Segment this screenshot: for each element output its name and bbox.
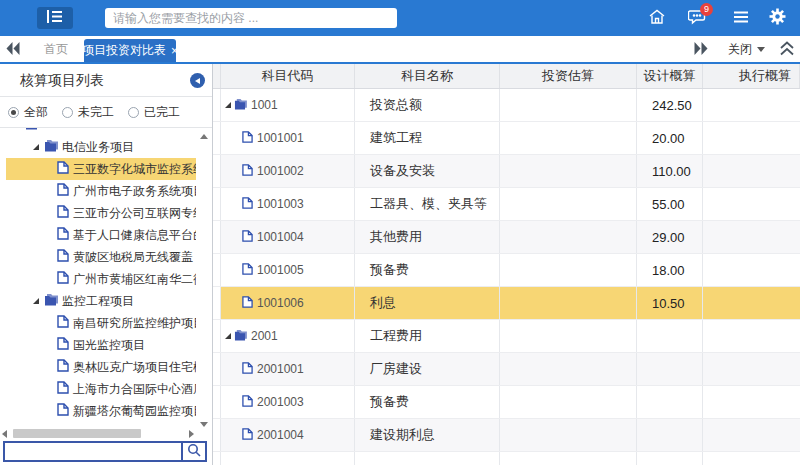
status-filter-group: 全部 未完工 已完工	[8, 104, 180, 120]
file-icon	[57, 381, 69, 397]
divider	[0, 96, 212, 97]
double-chevron-left-icon	[6, 43, 20, 58]
app-list-button[interactable]	[730, 8, 752, 28]
radio-unfinished[interactable]: 未完工	[62, 104, 114, 121]
tree-group-telecom[interactable]: 电信业务项目	[6, 136, 196, 158]
table-row[interactable]: 2001 工程费用	[213, 320, 800, 353]
tree-item[interactable]: 奥林匹克广场项目住宅楼弱电工	[6, 356, 196, 378]
tree-item-label: 广州市黄埔区红南华二街绿灯监	[73, 271, 196, 288]
column-header-name[interactable]: 科目名称	[355, 64, 500, 88]
radio-all[interactable]: 全部	[8, 104, 48, 121]
global-search-input[interactable]	[105, 8, 397, 28]
tree-item-label: 广州市电子政务系统项目	[73, 183, 196, 200]
active-tab-label: 项目投资对比表	[82, 42, 166, 59]
radio-finished[interactable]: 已完工	[128, 104, 180, 121]
tree-item[interactable]: 基于人口健康信息平台的区域分	[6, 224, 196, 246]
tree-item-label: 国光监控项目	[73, 337, 145, 354]
tab-home[interactable]: 首页	[28, 36, 84, 62]
toggle-menu-icon	[47, 10, 63, 26]
table-row[interactable]: 1001004 其他费用 29.00	[213, 221, 800, 254]
column-header-exec[interactable]: 执行概算	[703, 64, 800, 88]
table-header-row: 科目代码 科目名称 投资估算 设计概算 执行概算	[213, 64, 800, 89]
messages-button[interactable]: 9	[686, 8, 708, 28]
tree-item[interactable]: 新疆塔尔葡萄园监控项目	[6, 400, 196, 422]
tree-group-label: 电信业务项目	[62, 139, 134, 156]
tree-item[interactable]: 上海市力合国际中心酒店弱电项	[6, 378, 196, 400]
file-icon	[242, 263, 253, 278]
scroll-tabs-left-button[interactable]	[6, 42, 20, 58]
scrollbar-right-arrow[interactable]	[189, 430, 194, 438]
sidebar-collapse-button[interactable]	[190, 73, 205, 88]
sidebar-toggle-button[interactable]	[37, 7, 73, 29]
table-row[interactable]: 1001005 预备费 18.00	[213, 254, 800, 287]
table-row[interactable]: 2001001 厂房建设	[213, 353, 800, 386]
tree-item[interactable]: 南昌研究所监控维护项目	[6, 312, 196, 334]
file-icon	[57, 359, 69, 375]
table-row[interactable]: 1001002 设备及安装 110.00	[213, 155, 800, 188]
column-header-estimate[interactable]: 投资估算	[500, 64, 637, 88]
folder-icon	[233, 329, 247, 344]
file-icon	[57, 403, 69, 419]
scrollbar-thumb[interactable]	[13, 429, 141, 438]
close-tab-icon[interactable]: ×	[171, 45, 178, 57]
file-icon	[57, 315, 69, 331]
close-dropdown-label: 关闭	[728, 41, 752, 58]
tree-item-selected[interactable]: 三亚数字化城市监控系统	[6, 158, 196, 180]
caret-expanded-icon[interactable]	[225, 333, 231, 339]
column-header-design[interactable]: 设计概算	[637, 64, 703, 88]
file-icon	[242, 164, 253, 179]
tree-item[interactable]: 三亚市分公司互联网专线接入服	[6, 202, 196, 224]
caret-expanded-icon[interactable]	[225, 102, 231, 108]
radio-icon	[128, 107, 139, 118]
scroll-tabs-right-button[interactable]	[694, 42, 708, 58]
collapse-panel-button[interactable]	[780, 41, 794, 59]
radio-unfinished-label: 未完工	[78, 104, 114, 121]
tree-item[interactable]: 国光监控项目	[6, 334, 196, 356]
settings-button[interactable]	[766, 8, 788, 28]
tree-item-label: 三亚市分公司互联网专线接入服	[73, 205, 196, 222]
caret-expanded-icon[interactable]	[33, 144, 39, 150]
file-icon	[57, 249, 69, 265]
table-row[interactable]: 1001003 工器具、模、夹具等 55.00	[213, 188, 800, 221]
table-row[interactable]: 2001003 预备费	[213, 386, 800, 419]
tree-group-label: 监控工程项目	[62, 293, 134, 310]
radio-all-label: 全部	[24, 104, 48, 121]
caret-down-icon	[757, 47, 765, 52]
table-body: 1001 投资总额 242.50 1001001 建筑工程 20.00 1001…	[213, 89, 800, 465]
tab-bar: 首页 项目投资对比表 × 关闭	[0, 36, 800, 64]
tab-project-investment-comparison[interactable]: 项目投资对比表 ×	[84, 39, 176, 62]
radio-selected-icon	[8, 107, 19, 118]
table-row[interactable]: 1001001 建筑工程 20.00	[213, 122, 800, 155]
file-icon	[57, 161, 69, 177]
top-bar: 9	[0, 0, 800, 36]
tree-item[interactable]: 广州市黄埔区红南华二街绿灯监	[6, 268, 196, 290]
tree-item[interactable]: 黄陂区地税局无线覆盖	[6, 246, 196, 268]
home-button[interactable]	[646, 8, 668, 28]
radio-finished-label: 已完工	[144, 104, 180, 121]
tree-search-input[interactable]	[5, 443, 181, 460]
file-icon	[57, 271, 69, 287]
file-icon	[57, 337, 69, 353]
tree-item-label: 南昌研究所监控维护项目	[73, 315, 196, 332]
scrollbar-down-arrow[interactable]	[200, 422, 208, 427]
tree-group-monitoring[interactable]: 监控工程项目	[6, 290, 196, 312]
table-empty-filler	[213, 452, 800, 465]
table-row[interactable]: 2001004 建设期利息	[213, 419, 800, 452]
table-row-selected[interactable]: 1001006 利息 10.50	[213, 287, 800, 320]
column-header-code[interactable]: 科目代码	[221, 64, 355, 88]
tree-item[interactable]: 广州市电子政务系统项目	[6, 180, 196, 202]
home-icon	[648, 8, 666, 29]
horizontal-scrollbar[interactable]	[2, 428, 194, 439]
gear-icon	[768, 7, 787, 29]
caret-expanded-icon[interactable]	[33, 298, 39, 304]
folder-icon	[233, 98, 247, 113]
table-row[interactable]: 1001 投资总额 242.50	[213, 89, 800, 122]
scrollbar-left-arrow[interactable]	[2, 430, 7, 438]
tree-item-label: 三亚数字化城市监控系统	[73, 161, 196, 178]
close-tabs-dropdown[interactable]: 关闭	[728, 36, 765, 62]
scrollbar-up-arrow[interactable]	[200, 134, 208, 139]
file-icon	[242, 296, 253, 311]
file-icon	[57, 205, 69, 221]
tree-search-button[interactable]	[181, 443, 205, 460]
hamburger-icon	[734, 11, 748, 26]
